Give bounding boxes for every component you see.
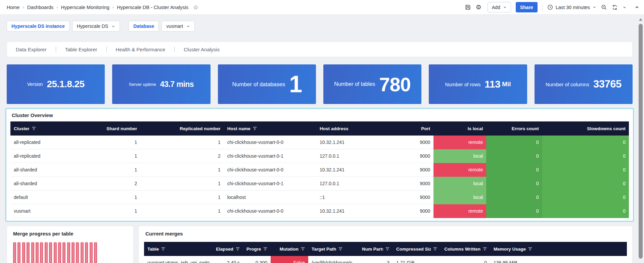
table-cell: remote — [433, 204, 486, 218]
filter-funnel-icon[interactable] — [483, 247, 487, 251]
refresh-icon[interactable] — [612, 4, 618, 10]
table-cell: local — [433, 149, 486, 163]
breadcrumb-item[interactable]: Hyperscale Monitoring — [61, 5, 109, 10]
merge-progress-bar-chart — [13, 242, 127, 263]
column-header-content: Host address — [320, 126, 409, 131]
zoom-out-icon[interactable] — [601, 4, 607, 10]
cluster-overview-panel: Cluster Overview ClusterShard numberRepl… — [5, 108, 634, 222]
merge-progress-bar — [22, 242, 25, 263]
table-row: all-replicated12chi-clickhouse-vusmart-0… — [10, 149, 629, 163]
column-header-content: Host name — [227, 126, 313, 131]
collapse-header-icon[interactable] — [635, 5, 639, 10]
table-row: vusmart11chi-clickhouse-vusmart-0-010.32… — [10, 204, 629, 218]
table-cell: 9000 — [413, 136, 433, 149]
column-header-host-address[interactable]: Host address — [316, 121, 413, 136]
merge-progress-bar — [81, 242, 84, 263]
column-header-columns-written[interactable]: Columns Written — [441, 242, 490, 256]
filter-funnel-icon[interactable] — [263, 247, 267, 251]
filter-funnel-icon[interactable] — [385, 247, 389, 251]
save-icon[interactable] — [465, 4, 471, 10]
table-cell: 0 — [486, 191, 542, 204]
column-header-num-parts[interactable]: Num Parts — [359, 242, 393, 256]
column-header-mutation[interactable]: Mutation — [271, 242, 308, 256]
column-header-content: Elapsed — [215, 247, 240, 252]
column-header-compressed-size[interactable]: Compressed Size — [393, 242, 441, 256]
filter-value-dropdown[interactable]: Hyperscale DS — [72, 21, 120, 32]
chevron-down-icon — [186, 24, 190, 28]
filter-funnel-icon[interactable] — [161, 247, 165, 251]
stat-card-number-of-databases: Number of databases1 — [218, 64, 316, 104]
breadcrumb-item[interactable]: Dashboards — [27, 5, 53, 10]
column-header-table[interactable]: Table — [144, 242, 211, 256]
column-header-errors-count[interactable]: Errors count — [486, 121, 542, 136]
column-header-content: Cluster — [14, 126, 93, 131]
share-button[interactable]: Share — [516, 2, 538, 12]
table-cell: 1 — [140, 191, 224, 204]
column-header-replicated-number[interactable]: Replicated number — [140, 121, 224, 136]
column-header-host-name[interactable]: Host name — [224, 121, 316, 136]
column-header-shard-number[interactable]: Shard number — [97, 121, 140, 136]
chevron-down-icon — [503, 5, 507, 9]
tab-cluster-analysis[interactable]: Cluster Analysis — [184, 47, 220, 52]
filter-funnel-icon[interactable] — [433, 247, 437, 251]
column-header-target-path[interactable]: Target Path — [308, 242, 359, 256]
table-row: vusmart.vtrans_jwb_upi_switc2.40 s0.300F… — [144, 256, 627, 263]
column-header-slowdowns-count[interactable]: Slowdowns count — [542, 121, 629, 136]
vertical-scrollbar — [638, 16, 643, 263]
table-header-row: ClusterShard numberReplicated numberHost… — [10, 121, 629, 136]
column-header-label: Port — [421, 126, 430, 131]
stat-label: Version — [27, 82, 43, 87]
merge-progress-bar — [27, 242, 30, 263]
scrollbar-thumb[interactable] — [639, 24, 643, 259]
column-header-label: Mutation — [280, 247, 298, 252]
column-header-is-local[interactable]: Is local — [433, 121, 486, 136]
column-header-elapsed[interactable]: Elapsed — [211, 242, 243, 256]
column-header-content: Replicated number — [144, 126, 220, 131]
filter-value-dropdown[interactable]: vusmart — [162, 21, 195, 32]
filter-funnel-icon[interactable] — [253, 126, 257, 130]
stat-value: 25.1.8.25 — [47, 79, 84, 90]
filter-value-label: Hyperscale DS — [77, 23, 108, 29]
time-range-picker[interactable]: Last 30 minutes — [547, 4, 596, 10]
column-header-cluster[interactable]: Cluster — [10, 121, 97, 136]
stat-value-wrap: 1 — [289, 71, 302, 98]
table-cell: 9000 — [413, 191, 433, 204]
tab-health-performance[interactable]: Health & Performance — [116, 47, 166, 52]
stat-card-number-of-tables: Number of tables780 — [323, 64, 421, 104]
tab-table-explorer[interactable]: Table Explorer — [65, 47, 97, 52]
merge-progress-bar — [40, 242, 43, 263]
filter-funnel-icon[interactable] — [236, 247, 240, 251]
filter-funnel-icon[interactable] — [528, 247, 532, 251]
time-range-label: Last 30 minutes — [556, 5, 590, 10]
column-header-content: Shard number — [100, 126, 137, 131]
merge-progress-bar — [54, 242, 57, 263]
tab-separator — [106, 47, 107, 52]
stat-card-number-of-rows: Number of rows113Mil — [429, 64, 527, 104]
filter-funnel-icon[interactable] — [338, 247, 342, 251]
table-row: all-sharded21chi-clickhouse-vusmart-0-11… — [10, 177, 629, 191]
column-header-memory-usage[interactable]: Memory Usage — [490, 242, 627, 256]
star-favorite-icon[interactable]: ☆ — [193, 4, 198, 10]
stat-value: 113 — [485, 78, 500, 90]
tab-data-explorer[interactable]: Data Explorer — [16, 47, 47, 52]
merge-progress-bar — [90, 242, 93, 263]
filter-bar: Hyperscale DS instanceHyperscale DSDatab… — [7, 21, 633, 32]
add-button[interactable]: Add — [488, 2, 511, 12]
column-header-port[interactable]: Port — [413, 121, 433, 136]
column-header-label: Replicated number — [180, 126, 221, 131]
filter-funnel-icon[interactable] — [32, 126, 36, 130]
table-cell: vusmart.vtrans_jwb_upi_switc — [144, 256, 211, 263]
column-header-progress[interactable]: Progress — [243, 242, 271, 256]
refresh-interval-chevron-icon[interactable] — [623, 5, 627, 9]
filter-label-chip[interactable]: Hyperscale DS instance — [7, 21, 70, 32]
breadcrumb-item[interactable]: Home — [7, 5, 20, 10]
gear-icon[interactable]: ⚙ — [476, 4, 481, 10]
merge-progress-panel: Merge progress per table — [7, 226, 134, 263]
table-cell: 0 — [486, 177, 542, 191]
table-cell: ::1 — [316, 191, 413, 204]
column-header-label: Columns Written — [444, 247, 480, 252]
filter-label-chip[interactable]: Database — [129, 21, 159, 32]
scrollbar-up-arrow[interactable] — [639, 18, 642, 21]
table-cell: 1 — [97, 191, 140, 204]
filter-funnel-icon[interactable] — [301, 247, 305, 251]
